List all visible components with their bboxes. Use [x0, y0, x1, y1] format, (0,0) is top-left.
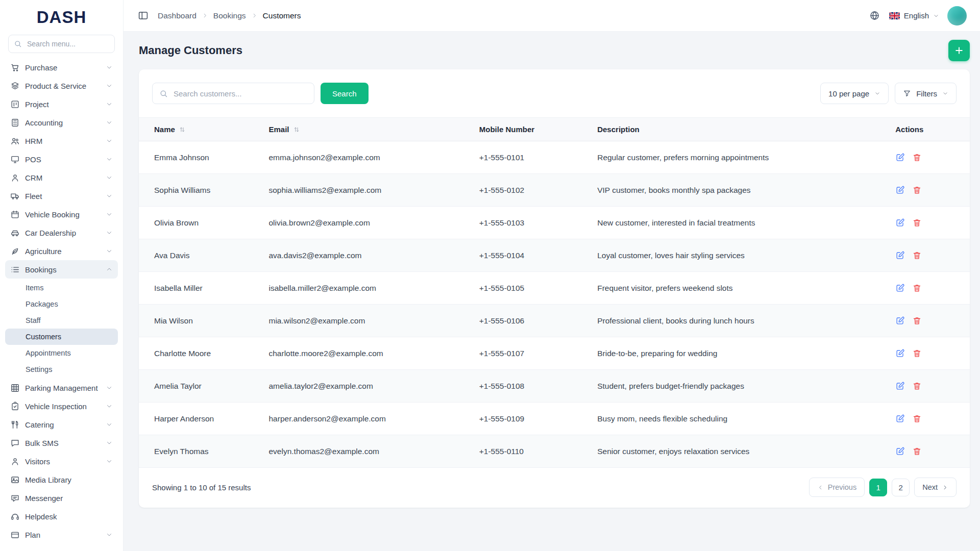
sidebar-item-label: Purchase [25, 63, 101, 72]
cell-mobile: +1-555-0104 [471, 239, 589, 272]
sidebar-item-parking-management[interactable]: Parking Management [5, 379, 118, 397]
chevron-down-icon [106, 156, 113, 163]
sidebar-item-label: Catering [25, 420, 101, 429]
sidebar-item-accounting[interactable]: Accounting [5, 113, 118, 132]
cell-mobile: +1-555-0109 [471, 403, 589, 435]
results-summary: Showing 1 to 10 of 15 results [152, 483, 251, 492]
sidebar-item-vehicle-booking[interactable]: Vehicle Booking [5, 205, 118, 223]
delete-icon[interactable] [912, 316, 922, 325]
cell-description: New customer, interested in facial treat… [589, 207, 887, 239]
cell-name: Sophia Williams [139, 174, 260, 207]
globe-icon[interactable] [868, 9, 881, 22]
edit-icon[interactable] [895, 283, 905, 293]
sidebar-item-label: Project [25, 100, 101, 109]
add-customer-button[interactable] [948, 40, 970, 61]
sidebar-item-label: Vehicle Booking [25, 210, 101, 219]
delete-icon[interactable] [912, 185, 922, 195]
delete-icon[interactable] [912, 283, 922, 293]
sidebar-item-purchase[interactable]: Purchase [5, 58, 118, 77]
delete-icon[interactable] [912, 251, 922, 260]
edit-icon[interactable] [895, 446, 905, 456]
sidebar-item-bookings[interactable]: Bookings [5, 260, 118, 279]
sidebar-item-crm[interactable]: CRM [5, 168, 118, 187]
delete-icon[interactable] [912, 218, 922, 228]
sidebar-item-car-dealership[interactable]: Car Dealership [5, 223, 118, 242]
sidebar-item-plan[interactable]: Plan [5, 525, 118, 544]
delete-icon[interactable] [912, 446, 922, 456]
delete-icon[interactable] [912, 414, 922, 423]
sidebar-item-helpdesk[interactable]: Helpdesk [5, 507, 118, 525]
sidebar-item-fleet[interactable]: Fleet [5, 187, 118, 205]
sidebar-item-project[interactable]: Project [5, 95, 118, 113]
sidebar-subitem-staff[interactable]: Staff [5, 312, 118, 329]
cell-actions [887, 207, 970, 239]
chevron-left-icon [817, 484, 824, 491]
sidebar-item-visitors[interactable]: Visitors [5, 452, 118, 470]
sidebar-item-catering[interactable]: Catering [5, 415, 118, 434]
chevron-down-icon [106, 101, 113, 108]
sidebar-item-vehicle-inspection[interactable]: Vehicle Inspection [5, 397, 118, 415]
sidebar-item-product-service[interactable]: Product & Service [5, 77, 118, 95]
delete-icon[interactable] [912, 381, 922, 391]
breadcrumb-bookings[interactable]: Bookings [213, 11, 246, 20]
next-button[interactable]: Next [914, 478, 957, 497]
sidebar-item-hrm[interactable]: HRM [5, 132, 118, 150]
edit-icon[interactable] [895, 348, 905, 358]
card-icon [10, 530, 20, 540]
edit-icon[interactable] [895, 251, 905, 260]
table-row: Charlotte Moorecharlotte.moore2@example.… [139, 337, 970, 370]
edit-icon[interactable] [895, 316, 905, 325]
sidebar-subitem-items[interactable]: Items [5, 280, 118, 296]
table-row: Amelia Tayloramelia.taylor2@example.com+… [139, 370, 970, 403]
cell-name: Harper Anderson [139, 403, 260, 435]
edit-icon[interactable] [895, 414, 905, 423]
edit-icon[interactable] [895, 185, 905, 195]
column-name[interactable]: Name [139, 118, 260, 141]
language-selector[interactable]: English [889, 11, 939, 20]
breadcrumb-customers: Customers [263, 11, 301, 20]
table-body: Emma Johnsonemma.johnson2@example.com+1-… [139, 141, 970, 468]
breadcrumb: Dashboard Bookings Customers [158, 11, 301, 20]
sidebar-item-label: Product & Service [25, 82, 101, 90]
sidebar-item-media-library[interactable]: Media Library [5, 470, 118, 489]
page-2-button[interactable]: 2 [892, 479, 910, 496]
sidebar-item-agriculture[interactable]: Agriculture [5, 242, 118, 260]
avatar[interactable] [947, 6, 967, 26]
table-row: Olivia Brownolivia.brown2@example.com+1-… [139, 207, 970, 239]
person-icon [10, 457, 20, 466]
sort-icon[interactable] [293, 126, 300, 133]
sidebar-subitem-packages[interactable]: Packages [5, 296, 118, 312]
column-email[interactable]: Email [260, 118, 471, 141]
previous-button[interactable]: Previous [809, 478, 865, 497]
sidebar-subitem-settings[interactable]: Settings [5, 361, 118, 378]
sidebar-item-label: Messenger [25, 494, 113, 503]
sort-icon[interactable] [179, 126, 186, 133]
brand-logo[interactable]: DASH [0, 3, 123, 32]
page-1-button[interactable]: 1 [869, 479, 887, 496]
sidebar-search-input[interactable] [26, 39, 109, 48]
search-button[interactable]: Search [321, 83, 369, 104]
sidebar-item-label: Fleet [25, 192, 101, 201]
filter-icon [903, 89, 911, 97]
sidebar-toggle-button[interactable] [136, 8, 151, 23]
per-page-select[interactable]: 10 per page [820, 83, 889, 104]
sidebar-subitem-customers[interactable]: Customers [5, 329, 118, 345]
sidebar-item-bulk-sms[interactable]: Bulk SMS [5, 434, 118, 452]
edit-icon[interactable] [895, 381, 905, 391]
delete-icon[interactable] [912, 348, 922, 358]
edit-icon[interactable] [895, 153, 905, 162]
breadcrumb-dashboard[interactable]: Dashboard [158, 11, 197, 20]
sidebar-item-pos[interactable]: POS [5, 150, 118, 168]
sidebar-subitem-appointments[interactable]: Appointments [5, 345, 118, 361]
sidebar-submenu: ItemsPackagesStaffCustomersAppointmentsS… [5, 279, 118, 379]
chevron-down-icon [106, 384, 113, 391]
cell-description: Loyal customer, loves hair styling servi… [589, 239, 887, 272]
delete-icon[interactable] [912, 153, 922, 162]
language-label: English [904, 11, 929, 20]
cell-email: amelia.taylor2@example.com [260, 370, 471, 403]
edit-icon[interactable] [895, 218, 905, 228]
customer-search-input[interactable] [173, 89, 307, 98]
cell-description: Professional client, books during lunch … [589, 305, 887, 337]
filters-button[interactable]: Filters [895, 83, 957, 104]
sidebar-item-messenger[interactable]: Messenger [5, 489, 118, 507]
